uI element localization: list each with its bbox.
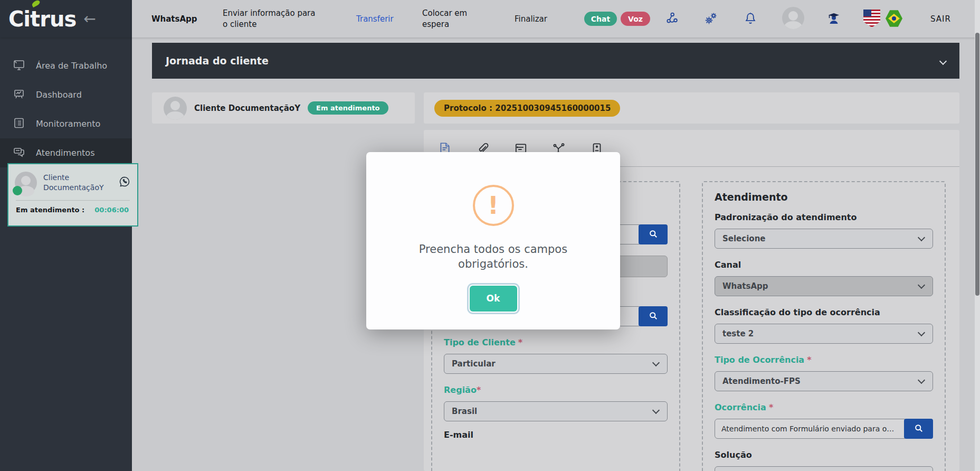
voice-badge[interactable]: Voz <box>621 12 650 26</box>
search-icon <box>914 423 924 435</box>
sidebar: Área de Trabalho Dashboard Monitoramento <box>0 37 132 471</box>
validation-modal: ! Preencha todos os campos obrigatórios.… <box>366 152 620 329</box>
protocol-strip: Protocolo : 202510030945160000015 <box>424 92 959 124</box>
journey-accordion[interactable]: Jornada do cliente <box>152 43 959 79</box>
user-avatar[interactable] <box>782 7 804 29</box>
search-icon <box>648 310 659 323</box>
dashboard-icon <box>13 88 25 102</box>
attendance-timer: 00:06:00 <box>94 206 129 214</box>
ok-button[interactable]: Ok <box>470 286 517 312</box>
canal-label: Canal <box>715 260 933 270</box>
padronizacao-label: Padronização do atendimento <box>715 212 933 222</box>
classificacao-select[interactable]: teste 2 <box>715 324 933 344</box>
solucao-select[interactable]: Selecione <box>715 466 933 471</box>
sidebar-item-monitoramento[interactable]: Monitoramento <box>0 109 132 138</box>
sidebar-item-label: Dashboard <box>36 90 82 100</box>
scrollbar-thumb[interactable] <box>975 33 979 296</box>
regiao-select[interactable]: Brasil <box>444 401 668 421</box>
online-status-dot <box>13 186 22 195</box>
search-button[interactable] <box>639 224 668 244</box>
status-badge: Em atendimento <box>308 101 388 115</box>
chat-badge[interactable]: Chat <box>584 12 617 26</box>
us-flag-icon[interactable] <box>863 10 880 27</box>
search-icon <box>648 229 659 241</box>
sidebar-item-dashboard[interactable]: Dashboard <box>0 80 132 109</box>
sidebar-item-area-de-trabalho[interactable]: Área de Trabalho <box>0 51 132 80</box>
send-info-button[interactable]: Enviar informação para o cliente <box>223 0 319 37</box>
client-name: Cliente DocumentaçãoY <box>194 103 300 113</box>
journey-title: Jornada do cliente <box>166 55 269 67</box>
hold-button[interactable]: Colocar em espera <box>422 0 475 37</box>
sidebar-item-label: Monitoramento <box>36 119 100 129</box>
tipo-ocorrencia-select[interactable]: Atendimento-FPS <box>715 371 933 391</box>
client-name: Cliente DocumentaçãoY <box>43 173 112 193</box>
whatsapp-icon <box>118 175 131 190</box>
tipo-ocorrencia-label: Tipo de Ocorrência* <box>715 355 933 365</box>
workspace-icon <box>13 59 25 73</box>
modal-message: Preencha todos os campos obrigatórios. <box>383 242 604 272</box>
client-avatar <box>164 97 187 120</box>
regiao-label: Região* <box>444 385 668 395</box>
search-button[interactable] <box>904 419 933 439</box>
brand-logo[interactable]: Citrus ← <box>0 0 132 37</box>
active-attendance-card[interactable]: Cliente DocumentaçãoY Em atendimento : 0… <box>7 163 138 227</box>
ocorrencia-search-row <box>715 419 933 439</box>
padronizacao-select[interactable]: Selecione <box>715 229 933 249</box>
monitoring-icon <box>13 117 25 131</box>
channel-label: WhatsApp <box>151 0 197 37</box>
ocorrencia-label: Ocorrência* <box>715 402 933 412</box>
search-button[interactable] <box>639 306 668 326</box>
tipo-cliente-label: Tipo de Cliente* <box>444 337 668 347</box>
scrollbar-track <box>975 0 980 471</box>
app-screen: WhatsApp Enviar informação para o client… <box>0 0 980 471</box>
logo-text: Citrus <box>8 7 76 31</box>
share-icon[interactable] <box>663 10 681 27</box>
transfer-button[interactable]: Transferir <box>356 0 394 37</box>
ocorrencia-input[interactable] <box>715 419 905 439</box>
tipo-cliente-select[interactable]: Particular <box>444 354 668 374</box>
attendance-heading: Atendimento <box>715 191 933 203</box>
brazil-flag-icon[interactable] <box>886 10 902 27</box>
training-graduation-icon[interactable] <box>825 10 843 27</box>
attendance-status-label: Em atendimento : <box>16 206 84 214</box>
canal-select: WhatsApp <box>715 276 933 296</box>
top-navbar: WhatsApp Enviar informação para o client… <box>0 0 980 37</box>
client-avatar <box>15 172 37 194</box>
attendances-icon <box>13 146 25 161</box>
settings-gears-icon[interactable] <box>702 10 720 27</box>
attendance-column: Atendimento Padronização do atendimento … <box>702 181 946 471</box>
solucao-label: Solução <box>715 450 933 460</box>
warning-icon: ! <box>473 185 514 226</box>
notifications-bell-icon[interactable] <box>741 10 759 27</box>
client-header-strip: Cliente DocumentaçãoY Em atendimento <box>152 92 415 124</box>
logout-button[interactable]: SAIR <box>930 0 951 37</box>
sidebar-item-label: Atendimentos <box>36 148 95 158</box>
email-label: E-mail <box>444 430 668 440</box>
sidebar-item-label: Área de Trabalho <box>36 61 107 71</box>
classificacao-label: Classificação do tipo de ocorrência <box>715 307 933 317</box>
protocol-badge: Protocolo : 202510030945160000015 <box>434 100 620 117</box>
finish-button[interactable]: Finalizar <box>515 0 547 37</box>
collapse-sidebar-icon[interactable]: ← <box>83 12 96 26</box>
chevron-down-icon <box>939 58 947 65</box>
